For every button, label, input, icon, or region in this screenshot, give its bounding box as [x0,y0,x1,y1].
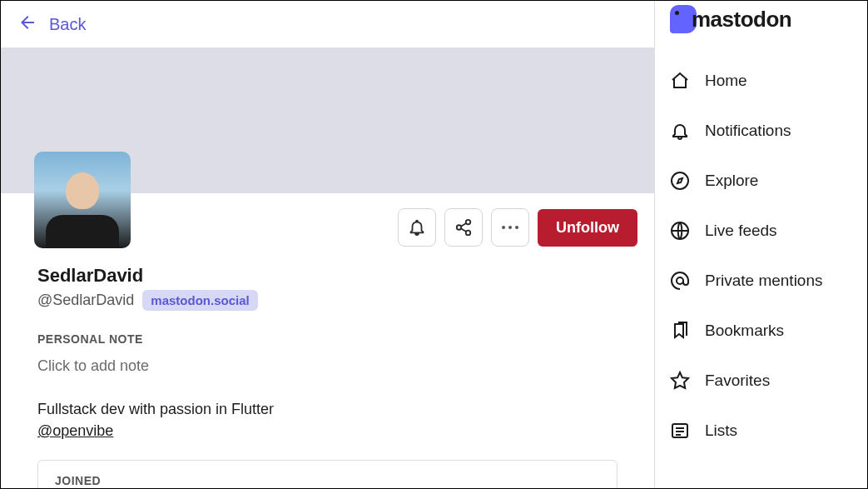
nav-live-feeds[interactable]: Live feeds [670,221,852,241]
nav-label: Favorites [705,372,770,390]
nav-label: Explore [705,172,758,190]
nav-label: Private mentions [705,272,823,290]
at-icon [670,271,690,291]
nav: Home Notifications Explore Live feeds Pr… [670,71,852,441]
logo-text: mastodon [692,7,791,32]
nav-private-mentions[interactable]: Private mentions [670,271,852,291]
nav-label: Home [705,72,747,90]
main-column: Back Unfollow SedlarDavid @SedlarDavid m… [1,1,655,488]
nav-label: Bookmarks [705,322,784,340]
bio-mention-link[interactable]: @openvibe [37,422,113,439]
bookmarks-icon [670,321,690,341]
star-icon [670,371,690,391]
nav-notifications[interactable]: Notifications [670,121,852,141]
svg-point-3 [672,172,688,189]
nav-label: Live feeds [705,222,777,240]
sidebar: mastodon Home Notifications Explore Live… [655,1,867,488]
logo[interactable]: mastodon [670,1,852,37]
top-bar: Back [1,1,654,47]
svg-point-0 [466,220,471,225]
more-icon [502,226,518,229]
home-icon [670,71,690,91]
nav-favorites[interactable]: Favorites [670,371,852,391]
bio: Fullstack dev with passion in Flutter @o… [37,398,618,442]
joined-label: JOINED [55,474,600,487]
bell-icon [408,218,426,237]
display-name: SedlarDavid [37,265,618,287]
svg-point-1 [457,225,462,230]
nav-explore[interactable]: Explore [670,171,852,191]
avatar[interactable] [34,152,131,248]
bio-text: Fullstack dev with passion in Flutter [37,401,274,417]
handle-row: @SedlarDavid mastodon.social [37,290,618,311]
share-button[interactable] [444,208,483,247]
globe-icon [670,221,690,241]
meta-box: JOINED [37,460,618,488]
compass-icon [670,171,690,191]
nav-label: Lists [705,422,737,440]
share-icon [454,218,473,237]
personal-note-label: PERSONAL NOTE [37,332,618,346]
nav-label: Notifications [705,122,791,140]
svg-point-5 [677,277,683,284]
more-button[interactable] [491,208,529,247]
bell-icon [670,121,690,141]
server-badge: mastodon.social [142,290,257,311]
back-arrow-icon[interactable] [17,12,37,36]
nav-lists[interactable]: Lists [670,421,852,441]
nav-bookmarks[interactable]: Bookmarks [670,321,852,341]
handle: @SedlarDavid [37,292,134,309]
nav-home[interactable]: Home [670,71,852,91]
back-label[interactable]: Back [49,15,86,34]
svg-point-2 [466,231,471,236]
notify-button[interactable] [398,208,436,247]
profile-info: SedlarDavid @SedlarDavid mastodon.social… [1,247,654,488]
unfollow-button[interactable]: Unfollow [538,209,637,247]
list-icon [670,421,690,441]
personal-note-input[interactable]: Click to add note [37,357,618,375]
